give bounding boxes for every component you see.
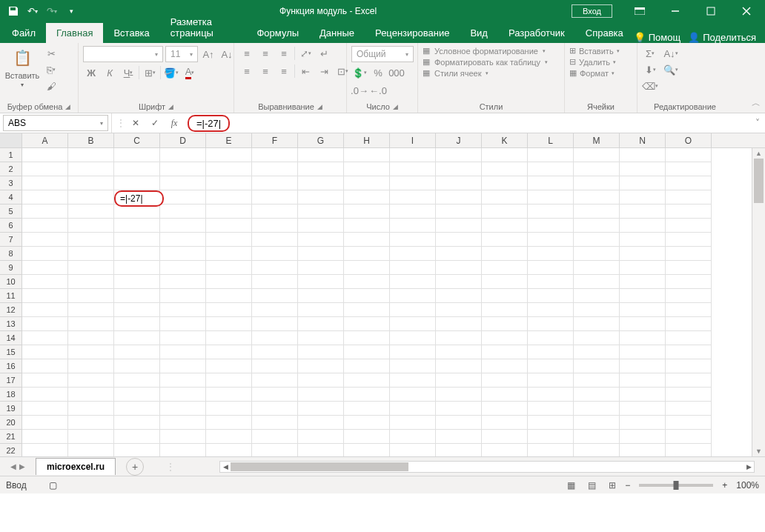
tab-view[interactable]: Вид bbox=[460, 23, 498, 43]
new-sheet-icon[interactable]: + bbox=[126, 458, 144, 476]
fill-icon[interactable]: ⬇▾ bbox=[642, 62, 658, 77]
signin-button[interactable]: Вход bbox=[572, 4, 612, 18]
tell-me-button[interactable]: 💡Помощ bbox=[634, 32, 680, 43]
decrease-decimal-icon[interactable]: ←.0 bbox=[370, 83, 386, 98]
sheet-tab[interactable]: microexcel.ru bbox=[36, 458, 116, 475]
row-header-18[interactable]: 18 bbox=[0, 388, 22, 402]
close-icon[interactable] bbox=[729, 0, 764, 22]
format-painter-icon[interactable]: 🖌 bbox=[43, 79, 59, 93]
align-left-icon[interactable]: ≡ bbox=[239, 64, 255, 79]
fill-color-icon[interactable]: 🪣▾ bbox=[163, 65, 179, 80]
name-box[interactable]: ABS ▾ bbox=[3, 115, 108, 131]
col-header-g[interactable]: G bbox=[298, 133, 344, 147]
increase-font-icon[interactable]: A↑ bbox=[200, 47, 216, 61]
horizontal-scrollbar[interactable]: ◀ ▶ bbox=[219, 461, 755, 473]
tab-file[interactable]: Файл bbox=[1, 23, 46, 43]
vscroll-thumb[interactable] bbox=[754, 159, 764, 203]
tab-help[interactable]: Справка bbox=[575, 23, 634, 43]
row-header-9[interactable]: 9 bbox=[0, 261, 22, 275]
comma-icon[interactable]: 000 bbox=[388, 65, 405, 80]
sort-filter-icon[interactable]: A↓▾ bbox=[663, 46, 679, 61]
cell-styles-button[interactable]: ▦Стили ячеек▾ bbox=[423, 68, 489, 78]
col-header-j[interactable]: J bbox=[436, 133, 482, 147]
vertical-scrollbar[interactable]: ▲ ▼ bbox=[752, 148, 765, 456]
zoom-slider[interactable] bbox=[639, 484, 713, 487]
font-color-icon[interactable]: A▾ bbox=[182, 65, 198, 80]
row-header-16[interactable]: 16 bbox=[0, 359, 22, 373]
orientation-icon[interactable]: ⤢▾ bbox=[297, 46, 314, 61]
italic-button[interactable]: К bbox=[102, 65, 118, 80]
delete-cells-button[interactable]: ⊟Удалить▾ bbox=[569, 57, 616, 67]
share-button[interactable]: 👤Поделиться bbox=[688, 32, 756, 43]
active-cell-c4[interactable]: =|-27| bbox=[114, 190, 164, 207]
row-header-19[interactable]: 19 bbox=[0, 402, 22, 416]
clipboard-launcher-icon[interactable]: ◢ bbox=[65, 103, 70, 110]
tab-formulas[interactable]: Формулы bbox=[246, 23, 309, 43]
row-header-7[interactable]: 7 bbox=[0, 233, 22, 247]
cells-area[interactable]: =|-27| bbox=[22, 148, 765, 456]
format-as-table-button[interactable]: ▦Форматировать как таблицу▾ bbox=[423, 57, 548, 67]
ribbon-options-icon[interactable] bbox=[623, 0, 657, 22]
col-header-a[interactable]: A bbox=[22, 133, 68, 147]
hscroll-thumb[interactable] bbox=[231, 462, 408, 471]
currency-icon[interactable]: 💲▾ bbox=[351, 65, 368, 80]
autosum-icon[interactable]: Σ▾ bbox=[642, 46, 658, 61]
find-select-icon[interactable]: 🔍▾ bbox=[663, 62, 679, 77]
bold-button[interactable]: Ж bbox=[83, 65, 99, 80]
tab-review[interactable]: Рецензирование bbox=[365, 23, 460, 43]
row-header-10[interactable]: 10 bbox=[0, 275, 22, 289]
expand-formula-bar-icon[interactable]: ˅ bbox=[750, 118, 765, 128]
col-header-o[interactable]: O bbox=[666, 133, 712, 147]
number-launcher-icon[interactable]: ◢ bbox=[393, 103, 398, 110]
decrease-font-icon[interactable]: A↓ bbox=[219, 47, 235, 61]
row-header-3[interactable]: 3 bbox=[0, 176, 22, 190]
align-right-icon[interactable]: ≡ bbox=[276, 64, 292, 79]
col-header-h[interactable]: H bbox=[344, 133, 390, 147]
borders-icon[interactable]: ⊞▾ bbox=[142, 65, 158, 80]
row-header-4[interactable]: 4 bbox=[0, 190, 22, 205]
row-header-1[interactable]: 1 bbox=[0, 148, 22, 162]
paste-button[interactable]: 📋 Вставить ▾ bbox=[4, 46, 40, 88]
save-icon[interactable] bbox=[4, 2, 22, 20]
format-cells-button[interactable]: ▦Формат▾ bbox=[569, 68, 615, 78]
tab-insert[interactable]: Вставка bbox=[103, 23, 159, 43]
col-header-n[interactable]: N bbox=[620, 133, 666, 147]
decrease-indent-icon[interactable]: ⇤ bbox=[297, 64, 314, 79]
sheet-prev-icon[interactable]: ◀ bbox=[10, 462, 16, 471]
zoom-level[interactable]: 100% bbox=[736, 480, 759, 491]
scroll-left-icon[interactable]: ◀ bbox=[220, 462, 231, 472]
tab-page-layout[interactable]: Разметка страницы bbox=[160, 12, 247, 43]
maximize-icon[interactable] bbox=[694, 0, 728, 22]
align-middle-icon[interactable]: ≡ bbox=[257, 46, 274, 61]
row-header-20[interactable]: 20 bbox=[0, 416, 22, 430]
formula-input[interactable]: =|-27| bbox=[188, 115, 750, 132]
row-header-21[interactable]: 21 bbox=[0, 430, 22, 444]
collapse-ribbon-icon[interactable]: ︿ bbox=[752, 97, 761, 110]
undo-icon[interactable]: ↶▾ bbox=[24, 2, 42, 20]
align-launcher-icon[interactable]: ◢ bbox=[317, 103, 322, 110]
clear-icon[interactable]: ⌫▾ bbox=[642, 79, 658, 93]
align-top-icon[interactable]: ≡ bbox=[239, 46, 255, 61]
row-header-2[interactable]: 2 bbox=[0, 162, 22, 176]
col-header-l[interactable]: L bbox=[528, 133, 574, 147]
col-header-d[interactable]: D bbox=[160, 133, 206, 147]
page-break-view-icon[interactable]: ⊞ bbox=[604, 479, 620, 492]
zoom-in-icon[interactable]: + bbox=[722, 480, 727, 491]
row-header-11[interactable]: 11 bbox=[0, 289, 22, 303]
scroll-down-icon[interactable]: ▼ bbox=[752, 446, 765, 456]
redo-icon[interactable]: ↷▾ bbox=[43, 2, 61, 20]
col-header-e[interactable]: E bbox=[206, 133, 252, 147]
enter-formula-icon[interactable]: ✓ bbox=[146, 115, 164, 131]
scroll-up-icon[interactable]: ▲ bbox=[752, 148, 765, 159]
font-launcher-icon[interactable]: ◢ bbox=[168, 103, 173, 110]
conditional-formatting-button[interactable]: ▦Условное форматирование▾ bbox=[423, 46, 546, 56]
scroll-right-icon[interactable]: ▶ bbox=[744, 462, 754, 472]
col-header-f[interactable]: F bbox=[252, 133, 298, 147]
number-format-combo[interactable]: Общий▾ bbox=[351, 46, 414, 62]
macro-record-icon[interactable]: ▢ bbox=[49, 480, 57, 491]
page-layout-view-icon[interactable]: ▤ bbox=[583, 479, 600, 492]
minimize-icon[interactable] bbox=[658, 0, 692, 22]
increase-indent-icon[interactable]: ⇥ bbox=[316, 64, 332, 79]
insert-cells-button[interactable]: ⊞Вставить▾ bbox=[569, 46, 620, 56]
col-header-c[interactable]: C bbox=[114, 133, 160, 147]
